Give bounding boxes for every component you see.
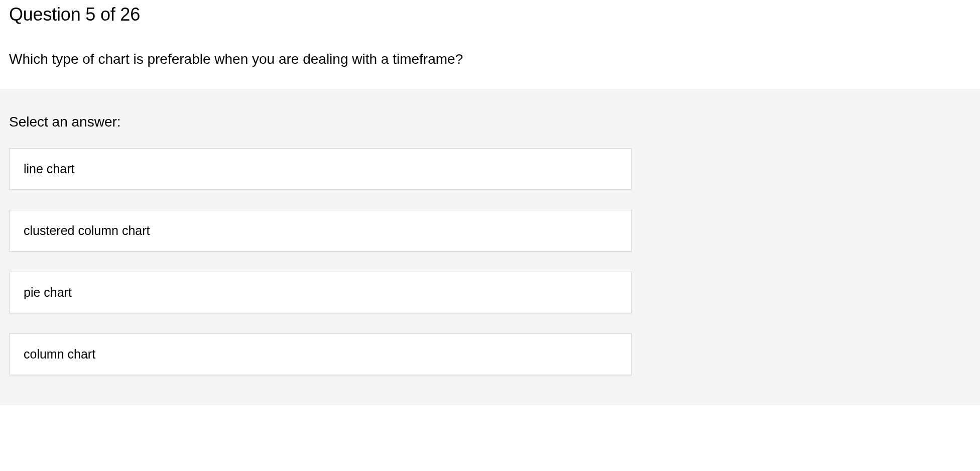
answer-option-0[interactable]: line chart [9,148,632,190]
question-text: Which type of chart is preferable when y… [9,49,971,69]
question-number: Question 5 of 26 [9,4,971,25]
select-answer-label: Select an answer: [9,114,971,130]
answer-option-1[interactable]: clustered column chart [9,210,632,252]
answer-option-3[interactable]: column chart [9,333,632,375]
answer-options-list: line chart clustered column chart pie ch… [9,148,632,375]
answer-section: Select an answer: line chart clustered c… [0,89,980,405]
answer-option-2[interactable]: pie chart [9,272,632,313]
question-header: Question 5 of 26 Which type of chart is … [0,0,980,89]
